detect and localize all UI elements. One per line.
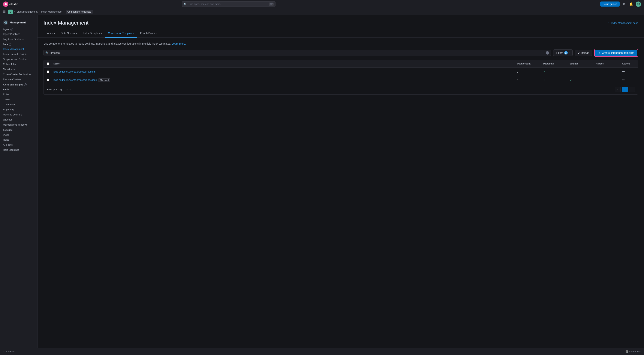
workspace-icon: D xyxy=(8,9,13,14)
row2-managed-badge: Managed xyxy=(98,78,110,82)
breadcrumb-bar: ☰ D › Stack Management › Index Managemen… xyxy=(0,8,644,15)
topbar-right: Setup guides ⟳ 🔔 GC xyxy=(600,1,641,7)
console-bar[interactable]: ▲ Console 📓 Notebooks xyxy=(0,348,644,355)
search-input[interactable] xyxy=(44,50,551,56)
select-all-checkbox[interactable] xyxy=(47,62,49,65)
tab-component-templates[interactable]: Component Templates xyxy=(105,29,137,38)
clear-search-button[interactable]: ✕ xyxy=(546,51,549,54)
alerts-label: Alerts and Insights xyxy=(3,83,23,86)
row2-actions: ••• xyxy=(619,76,638,84)
sidebar-item-rules[interactable]: Rules xyxy=(0,92,37,97)
sidebar: ⚙️ Management Ingest i Ingest Pipelines … xyxy=(0,15,38,348)
table-row: logs-endpoint.events.process@custom 1 ✓ … xyxy=(44,68,638,76)
create-button-highlight: ＋ Create component template xyxy=(594,49,638,57)
data-info-icon[interactable]: i xyxy=(9,43,11,46)
svg-point-2 xyxy=(5,4,7,5)
sidebar-item-index-lifecycle[interactable]: Index Lifecycle Policies xyxy=(0,51,37,57)
bell-icon[interactable]: 🔔 xyxy=(628,1,634,7)
content-header: Index Management Index Management docs xyxy=(38,15,644,29)
sidebar-item-logstash-pipelines[interactable]: Logstash Pipelines xyxy=(0,36,37,42)
learn-more-link[interactable]: Learn more. xyxy=(172,42,186,45)
breadcrumb-separator: › xyxy=(14,10,15,13)
reload-button[interactable]: ↺ Reload xyxy=(575,50,592,56)
sidebar-item-watcher[interactable]: Watcher xyxy=(0,117,37,122)
notebooks-label: Notebooks xyxy=(629,350,641,353)
row2-actions-button[interactable]: ••• xyxy=(622,78,625,82)
prev-page-button[interactable]: ‹ xyxy=(615,87,620,92)
row2-select-checkbox[interactable] xyxy=(47,78,49,81)
sidebar-item-maintenance-windows[interactable]: Maintenance Windows xyxy=(0,122,37,127)
sidebar-item-connectors[interactable]: Connectors xyxy=(0,102,37,107)
page-controls: ‹ 1 › xyxy=(615,87,635,92)
sidebar-item-api-keys[interactable]: API keys xyxy=(0,142,37,147)
create-component-template-button[interactable]: ＋ Create component template xyxy=(595,50,637,56)
global-search-input[interactable] xyxy=(182,1,276,7)
avatar[interactable]: GC xyxy=(636,1,641,7)
row1-select-checkbox[interactable] xyxy=(47,70,49,73)
next-page-button[interactable]: › xyxy=(629,87,635,92)
sync-icon[interactable]: ⟳ xyxy=(622,1,627,7)
sidebar-item-roles[interactable]: Roles xyxy=(0,137,37,142)
row2-mappings: ✓ xyxy=(540,76,566,84)
sidebar-item-remote-clusters[interactable]: Remote Clusters xyxy=(0,77,37,82)
search-icon: 🔍 xyxy=(184,3,186,5)
security-info-icon[interactable]: i xyxy=(12,129,15,131)
global-search: 🔍 ⌘/ xyxy=(182,1,276,7)
sidebar-item-machine-learning[interactable]: Machine Learning xyxy=(0,112,37,117)
alerts-info-icon[interactable]: i xyxy=(24,83,27,86)
tab-indices[interactable]: Indices xyxy=(44,29,58,38)
th-aliases: Aliases xyxy=(593,60,619,67)
row2-settings: ✓ xyxy=(566,76,593,84)
row1-name-link[interactable]: logs-endpoint.events.process@custom xyxy=(54,70,96,73)
sidebar-item-ingest-pipelines[interactable]: Ingest Pipelines xyxy=(0,31,37,36)
toolbar: 🔍 ✕ Filters 2 ▾ ↺ Reload ＋ Create compo xyxy=(44,49,638,57)
rows-per-page[interactable]: Rows per page: 10 ▾ xyxy=(47,88,70,91)
breadcrumb-separator-3: › xyxy=(64,10,64,13)
reload-icon: ↺ xyxy=(578,51,580,54)
rows-per-page-chevron: ▾ xyxy=(70,88,70,90)
page-title: Index Management xyxy=(44,20,88,26)
sidebar-item-alerts[interactable]: Alerts xyxy=(0,87,37,92)
row1-aliases xyxy=(593,68,619,76)
tab-enrich-policies[interactable]: Enrich Policies xyxy=(137,29,160,38)
sidebar-item-index-management[interactable]: Index Management xyxy=(0,46,37,51)
sidebar-item-snapshot-restore[interactable]: Snapshot and Restore xyxy=(0,57,37,62)
hamburger-icon[interactable]: ☰ xyxy=(3,10,6,13)
th-name-label: Name xyxy=(54,62,60,65)
breadcrumb-stack-management[interactable]: Stack Management xyxy=(16,10,38,13)
th-name[interactable]: Name ↑ xyxy=(50,60,514,67)
topbar: elastic 🔍 ⌘/ Setup guides ⟳ 🔔 GC xyxy=(0,0,644,8)
tab-index-templates[interactable]: Index Templates xyxy=(80,29,105,38)
notebooks-button[interactable]: 📓 Notebooks xyxy=(625,350,641,353)
filters-label: Filters xyxy=(556,51,563,54)
sidebar-item-users[interactable]: Users xyxy=(0,132,37,137)
console-label: Console xyxy=(6,350,16,353)
main-content: Index Management Index Management docs I… xyxy=(38,15,644,348)
chevron-down-icon: ▾ xyxy=(569,52,570,54)
setup-guides-button[interactable]: Setup guides xyxy=(600,1,620,6)
row1-actions-button[interactable]: ••• xyxy=(622,70,625,73)
docs-link[interactable]: Index Management docs xyxy=(608,21,638,24)
table-row: logs-endpoint.events.process@package Man… xyxy=(44,76,638,84)
tab-data-streams[interactable]: Data Streams xyxy=(58,29,80,38)
sidebar-item-rollup-jobs[interactable]: Rollup Jobs xyxy=(0,62,37,67)
create-button-label: Create component template xyxy=(602,51,634,54)
row1-mappings: ✓ xyxy=(540,68,566,76)
reload-label: Reload xyxy=(581,51,589,54)
th-checkbox xyxy=(44,60,50,67)
ingest-info-icon[interactable]: i xyxy=(10,28,13,31)
filters-button[interactable]: Filters 2 ▾ xyxy=(553,49,572,56)
sidebar-item-cases[interactable]: Cases xyxy=(0,97,37,102)
sidebar-item-cross-cluster[interactable]: Cross-Cluster Replication xyxy=(0,72,37,77)
docs-link-label: Index Management docs xyxy=(611,21,638,24)
sidebar-item-reporting[interactable]: Reporting xyxy=(0,107,37,112)
sidebar-item-role-mappings[interactable]: Role Mappings xyxy=(0,147,37,152)
sidebar-item-transforms[interactable]: Transforms xyxy=(0,67,37,72)
breadcrumb-index-management[interactable]: Index Management xyxy=(41,10,62,13)
row2-usage-count: 1 xyxy=(514,76,540,84)
page-1-button[interactable]: 1 xyxy=(622,87,628,92)
sidebar-section-data: Data i xyxy=(0,42,37,46)
sort-asc-icon: ↑ xyxy=(60,63,61,65)
th-actions: Actions xyxy=(619,60,638,67)
row2-name-link[interactable]: logs-endpoint.events.process@package xyxy=(54,78,97,81)
